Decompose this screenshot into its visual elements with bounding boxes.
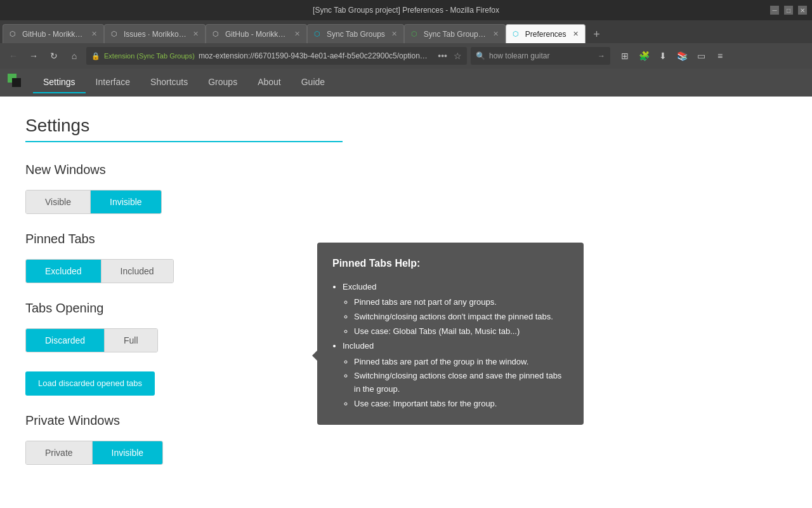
pinned-tabs-excluded-button[interactable]: Excluded <box>26 260 102 283</box>
address-input-wrap[interactable]: 🔒 Extension (Sync Tab Groups) moz-extens… <box>86 47 467 65</box>
address-menu-icon[interactable]: ••• <box>435 51 450 61</box>
pinned-tabs-included-button[interactable]: Included <box>102 260 173 283</box>
private-windows-toggle-group: Private Invisible <box>25 441 163 465</box>
tab-close-icon[interactable]: ✕ <box>294 30 300 38</box>
nav-item-groups[interactable]: Groups <box>198 72 247 93</box>
browser-tab[interactable]: ⬡ Issues · Morikko/sync-ta... ✕ <box>104 24 206 43</box>
forward-button[interactable]: → <box>25 48 42 64</box>
toolbar-icons: ⊞ 🧩 ⬇ 📚 ▭ ≡ <box>617 48 728 64</box>
url-text: moz-extension://66701590-943b-4e01-ae4f-… <box>199 51 431 60</box>
search-go-icon[interactable]: → <box>598 51 605 60</box>
help-included-list: Pinned tabs are part of the group in the… <box>343 356 568 411</box>
extension-logo <box>8 74 25 91</box>
extension-nav: Settings Interface Shortcuts Groups Abou… <box>0 69 812 97</box>
help-excluded-detail: Pinned tabs are not part of any groups. <box>354 296 568 309</box>
window-title: [Sync Tab Groups project] Preferences - … <box>313 6 499 15</box>
tab-favicon: ⬡ <box>10 30 18 39</box>
maximize-button[interactable]: □ <box>784 6 793 15</box>
help-popup-title: Pinned Tabs Help: <box>332 255 568 272</box>
new-windows-visible-button[interactable]: Visible <box>26 190 91 213</box>
help-excluded-detail: Switching/closing actions don't impact t… <box>354 311 568 324</box>
nav-item-settings[interactable]: Settings <box>33 72 86 93</box>
tabs-opening-discarded-button[interactable]: Discarded <box>26 329 105 352</box>
tab-favicon: ⬡ <box>213 30 221 39</box>
nav-item-shortcuts[interactable]: Shortcuts <box>140 72 198 93</box>
title-bar: [Sync Tab Groups project] Preferences - … <box>0 0 812 20</box>
help-included-detail: Use case: Important tabs for the group. <box>354 398 568 411</box>
home-button[interactable]: ⌂ <box>66 48 82 64</box>
tabs-opening-toggle-group: Discarded Full <box>25 328 158 352</box>
tab-label: GitHub - Morikko/synctab... <box>225 30 288 39</box>
tab-label: Sync Tab Groups – Add-o... <box>424 30 487 39</box>
help-included-item: Included <box>343 340 568 353</box>
help-excluded-item: Excluded <box>343 281 568 294</box>
new-windows-toggle-group: Visible Invisible <box>25 190 162 214</box>
nav-item-about[interactable]: About <box>247 72 291 93</box>
browser-tab-active[interactable]: ⬡ Preferences ✕ <box>506 24 586 43</box>
extensions-button[interactable]: 🧩 <box>636 48 652 64</box>
nav-item-interface[interactable]: Interface <box>86 72 140 93</box>
menu-button[interactable]: ≡ <box>712 48 728 64</box>
minimize-button[interactable]: ─ <box>770 6 779 15</box>
new-windows-invisible-button[interactable]: Invisible <box>91 190 161 213</box>
pinned-tabs-help-popup: Pinned Tabs Help: Excluded Pinned tabs a… <box>317 243 584 425</box>
load-discarded-opened-tabs-button[interactable]: Load discarded opened tabs <box>25 371 155 396</box>
search-glass-icon: 🔍 <box>476 51 485 60</box>
tab-label: GitHub - Morikko/sync-ta... <box>22 30 85 39</box>
new-tab-button[interactable]: + <box>588 25 606 43</box>
help-excluded-list: Pinned tabs are not part of any groups. … <box>343 296 568 338</box>
browser-tab[interactable]: ⬡ GitHub - Morikko/synctab... ✕ <box>206 24 307 43</box>
help-included-detail: Switching/closing actions close and save… <box>354 370 568 396</box>
tab-bar: ⬡ GitHub - Morikko/sync-ta... ✕ ⬡ Issues… <box>0 20 812 43</box>
tab-favicon: ⬡ <box>513 30 521 39</box>
nav-item-guide[interactable]: Guide <box>291 72 335 93</box>
tab-favicon: ⬡ <box>411 30 420 39</box>
help-popup-content: Excluded Pinned tabs are not part of any… <box>332 281 568 411</box>
tabs-opening-full-button[interactable]: Full <box>105 329 157 352</box>
tab-favicon: ⬡ <box>314 30 323 39</box>
browser-tab[interactable]: ⬡ GitHub - Morikko/sync-ta... ✕ <box>3 24 104 43</box>
download-button[interactable]: ⬇ <box>655 48 671 64</box>
browser-tab[interactable]: ⬡ Sync Tab Groups ✕ <box>307 24 404 43</box>
tab-label: Issues · Morikko/sync-ta... <box>124 30 187 39</box>
private-windows-invisible-button[interactable]: Invisible <box>93 441 163 464</box>
address-bar: ← → ↻ ⌂ 🔒 Extension (Sync Tab Groups) mo… <box>0 43 812 69</box>
tab-close-icon[interactable]: ✕ <box>391 30 397 38</box>
pinned-tabs-toggle-group: Excluded Included <box>25 259 174 283</box>
window-controls: ─ □ ✕ <box>770 6 807 15</box>
close-button[interactable]: ✕ <box>798 6 807 15</box>
search-text: how tolearn guitar <box>489 51 594 60</box>
bookmarks-toolbar-button[interactable]: ⊞ <box>617 48 633 64</box>
tab-close-icon[interactable]: ✕ <box>193 30 199 38</box>
search-wrap[interactable]: 🔍 how tolearn guitar → <box>471 47 610 65</box>
new-windows-title: New Windows <box>25 163 787 177</box>
tab-label: Sync Tab Groups <box>327 30 385 39</box>
tab-label: Preferences <box>525 30 566 39</box>
back-button[interactable]: ← <box>5 48 22 64</box>
sidebar-toggle-button[interactable]: ▭ <box>693 48 709 64</box>
logo-dark-square <box>12 78 21 87</box>
tab-close-icon[interactable]: ✕ <box>573 30 579 38</box>
tab-favicon: ⬡ <box>111 30 120 39</box>
site-label: Extension (Sync Tab Groups) <box>104 52 195 60</box>
reload-button[interactable]: ↻ <box>46 48 62 64</box>
help-excluded-detail: Use case: Global Tabs (Mail tab, Music t… <box>354 325 568 338</box>
main-content: Settings New Windows Visible Invisible P… <box>0 97 812 508</box>
tab-close-icon[interactable]: ✕ <box>493 30 499 38</box>
page-title: Settings <box>25 116 343 142</box>
private-windows-private-button[interactable]: Private <box>26 441 93 464</box>
tab-close-icon[interactable]: ✕ <box>91 30 97 38</box>
lock-icon: 🔒 <box>91 52 100 60</box>
library-button[interactable]: 📚 <box>674 48 690 64</box>
browser-tab[interactable]: ⬡ Sync Tab Groups – Add-o... ✕ <box>404 24 506 43</box>
help-included-detail: Pinned tabs are part of the group in the… <box>354 356 568 369</box>
bookmark-icon[interactable]: ☆ <box>454 51 462 61</box>
